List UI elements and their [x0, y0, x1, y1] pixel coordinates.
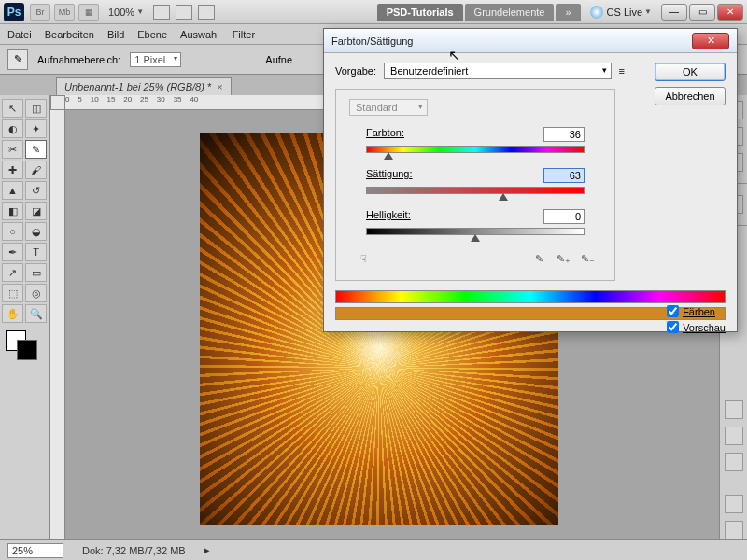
document-tab-label: Unbenannt-1 bei 25% (RGB/8) * — [64, 81, 211, 92]
saturation-value-field[interactable]: 63 — [543, 168, 585, 183]
bridge-button[interactable]: Br — [30, 4, 50, 21]
screen-mode-icon[interactable] — [198, 5, 215, 20]
minibridge-button[interactable]: Mb — [54, 4, 75, 21]
dock-panel-9[interactable] — [725, 521, 743, 539]
dialog-titlebar[interactable]: Farbton/Sättigung ✕ — [324, 29, 737, 53]
ok-button[interactable]: OK — [655, 63, 726, 81]
preset-combo[interactable]: Benutzerdefiniert — [384, 63, 612, 79]
background-color[interactable] — [17, 340, 37, 360]
lightness-slider-block: Helligkeit: 0 — [349, 209, 601, 235]
zoom-tool[interactable]: 🔍 — [25, 304, 47, 323]
zoom-level[interactable]: 100% — [108, 7, 134, 18]
shape-tool[interactable]: ▭ — [25, 263, 47, 282]
dock-panel-5[interactable] — [725, 400, 743, 419]
ruler-vertical[interactable] — [50, 110, 65, 539]
app-titlebar: Ps Br Mb ▦ 100% ▼ PSD-Tutorials Grundele… — [0, 0, 747, 24]
photoshop-logo: Ps — [4, 3, 24, 21]
cs-live-icon — [590, 6, 603, 19]
heal-tool[interactable]: ✚ — [2, 161, 23, 179]
document-tab[interactable]: Unbenannt-1 bei 25% (RGB/8) * × — [56, 77, 232, 95]
status-menu-icon[interactable]: ▸ — [204, 544, 210, 556]
eraser-tool[interactable]: ◧ — [2, 202, 23, 220]
close-document-icon[interactable]: × — [217, 81, 222, 92]
saturation-slider[interactable] — [366, 187, 585, 194]
history-brush-tool[interactable]: ↺ — [25, 181, 47, 200]
cancel-button[interactable]: Abbrechen — [655, 87, 726, 105]
adjustment-group: Standard Farbton: 36 Sättigung: 63 — [335, 89, 615, 281]
wand-tool[interactable]: ✦ — [25, 119, 47, 138]
dock-panel-8[interactable] — [725, 495, 743, 513]
dock-panel-6[interactable] — [725, 427, 743, 445]
close-button[interactable]: ✕ — [717, 4, 743, 21]
dialog-close-button[interactable]: ✕ — [692, 33, 729, 49]
gradient-tool[interactable]: ◪ — [25, 202, 47, 220]
eyedropper-tool[interactable]: ✎ — [25, 140, 47, 159]
preset-label: Vorgabe: — [335, 65, 376, 77]
options-label-2: Aufne — [265, 54, 292, 65]
lightness-label: Helligkeit: — [366, 209, 411, 224]
saturation-thumb[interactable] — [499, 193, 508, 201]
workspace-tab-tutorials[interactable]: PSD-Tutorials — [377, 4, 463, 21]
preview-checkbox[interactable]: Vorschau — [667, 321, 726, 333]
view-extras-button[interactable]: ▦ — [78, 4, 99, 21]
sample-size-label: Aufnahmebereich: — [37, 54, 120, 65]
saturation-label: Sättigung: — [366, 168, 413, 183]
3d-camera-tool[interactable]: ◎ — [25, 284, 47, 302]
crop-tool[interactable]: ✂ — [2, 140, 23, 159]
path-tool[interactable]: ↗ — [2, 263, 23, 282]
menu-filter[interactable]: Filter — [233, 29, 255, 40]
marquee-tool[interactable]: ◫ — [25, 99, 47, 118]
zoom-dropdown-icon[interactable]: ▼ — [136, 7, 144, 16]
saturation-slider-block: Sättigung: 63 — [349, 168, 601, 194]
menu-bild[interactable]: Bild — [107, 29, 124, 40]
status-zoom-field[interactable]: 25% — [7, 543, 63, 558]
workspace-more[interactable]: » — [556, 4, 580, 21]
dock-panel-7[interactable] — [725, 453, 743, 471]
dialog-title: Farbton/Sättigung — [331, 35, 413, 47]
menu-ebene[interactable]: Ebene — [137, 29, 167, 40]
preset-menu-icon[interactable]: ≡ — [619, 65, 625, 77]
maximize-button[interactable]: ▭ — [689, 4, 715, 21]
status-docsize: Dok: 7,32 MB/7,32 MB — [82, 545, 186, 556]
hand-tool-icon[interactable] — [153, 5, 170, 20]
hand-tool[interactable]: ✋ — [2, 304, 23, 323]
targeted-adjust-icon[interactable]: ☟ — [355, 250, 372, 267]
hue-slider-block: Farbton: 36 — [349, 127, 601, 153]
move-tool[interactable]: ↖ — [2, 99, 23, 118]
type-tool[interactable]: T — [25, 243, 47, 261]
dodge-tool[interactable]: ◒ — [25, 222, 47, 241]
statusbar: 25% Dok: 7,32 MB/7,32 MB ▸ — [0, 539, 747, 560]
menu-bearbeiten[interactable]: Bearbeiten — [45, 29, 94, 40]
pen-tool[interactable]: ✒ — [2, 243, 23, 261]
hue-thumb[interactable] — [384, 152, 393, 160]
stamp-tool[interactable]: ▲ — [2, 181, 23, 200]
current-tool-icon[interactable]: ✎ — [7, 49, 28, 70]
lightness-thumb[interactable] — [471, 234, 480, 242]
eyedropper-add-icon[interactable]: ✎₊ — [555, 250, 571, 267]
hue-slider[interactable] — [366, 146, 585, 153]
brush-tool[interactable]: 🖌 — [25, 161, 47, 179]
spectrum-input — [335, 290, 726, 303]
hue-value-field[interactable]: 36 — [543, 127, 585, 142]
sample-size-combo[interactable]: 1 Pixel — [130, 52, 181, 67]
lightness-value-field[interactable]: 0 — [543, 209, 585, 224]
arrange-docs-icon[interactable] — [176, 5, 192, 20]
hue-saturation-dialog: Farbton/Sättigung ✕ Vorgabe: Benutzerdef… — [323, 28, 738, 332]
menu-auswahl[interactable]: Auswahl — [180, 29, 219, 40]
colorize-checkbox[interactable]: Färben — [667, 305, 726, 317]
ruler-origin[interactable] — [50, 95, 65, 110]
cs-live-button[interactable]: CS Live ▼ — [590, 6, 652, 19]
cs-live-label: CS Live — [607, 7, 643, 18]
toolbox: ↖◫ ◐✦ ✂✎ ✚🖌 ▲↺ ◧◪ ○◒ ✒T ↗▭ ⬚◎ ✋🔍 — [0, 95, 50, 539]
lasso-tool[interactable]: ◐ — [2, 119, 23, 138]
workspace-tab-grundelemente[interactable]: Grundelemente — [465, 4, 555, 21]
eyedropper-subtract-icon[interactable]: ✎₋ — [579, 250, 596, 267]
3d-tool[interactable]: ⬚ — [2, 284, 23, 302]
minimize-button[interactable]: — — [661, 4, 687, 21]
lightness-slider[interactable] — [366, 228, 585, 235]
color-swatches[interactable] — [2, 330, 48, 368]
channel-combo[interactable]: Standard — [349, 99, 428, 116]
menu-datei[interactable]: Datei — [7, 29, 32, 40]
eyedropper-icon[interactable]: ✎ — [530, 250, 547, 267]
blur-tool[interactable]: ○ — [2, 222, 23, 241]
